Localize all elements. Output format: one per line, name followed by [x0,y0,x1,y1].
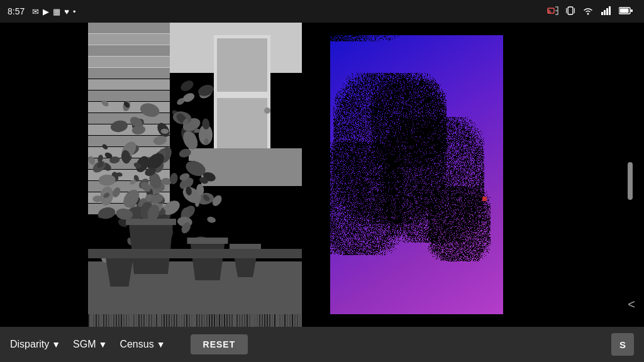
svg-rect-10 [620,8,629,13]
dot-icon: • [73,7,76,16]
svg-rect-5 [601,12,603,15]
chevron-right-icon[interactable]: < [628,297,635,312]
svg-rect-2 [568,7,573,14]
sgm-label: SGM [73,339,96,350]
disparity-arrow[interactable]: ▼ [52,339,60,349]
sgm-arrow[interactable]: ▼ [99,339,108,349]
s-button[interactable]: S [611,333,634,356]
main-content-area [0,23,644,327]
census-dropdown[interactable]: Census ▼ [119,339,165,350]
video-icon: ▶ [43,7,49,16]
calendar-icon: ▦ [53,7,60,16]
status-right-icons [547,6,636,18]
bottom-toolbar: Disparity ▼ SGM ▼ Census ▼ RESET S [0,327,644,362]
battery-icon [619,7,633,16]
right-disparity-canvas [308,23,516,327]
svg-rect-11 [631,9,633,12]
disparity-label: Disparity [10,339,49,350]
status-time: 8:57 [8,6,25,16]
vibrate-icon [566,6,575,18]
svg-rect-6 [604,10,606,15]
census-label: Census [119,339,153,350]
sgm-dropdown[interactable]: SGM ▼ [73,339,107,350]
reset-button[interactable]: RESET [191,334,248,354]
svg-rect-8 [609,6,611,15]
signal-icon [601,6,611,17]
left-image-canvas [88,23,302,327]
scrollbar[interactable] [628,162,633,200]
status-bar: 8:57 ✉ ▶ ▦ ♥ • [0,0,644,23]
census-arrow[interactable]: ▼ [157,339,165,349]
gmail-icon: ✉ [32,7,39,16]
wifi-icon [582,6,594,17]
heart-icon: ♥ [64,7,69,16]
disparity-dropdown[interactable]: Disparity ▼ [10,339,60,350]
cast-icon [547,6,558,17]
svg-rect-7 [606,8,608,15]
